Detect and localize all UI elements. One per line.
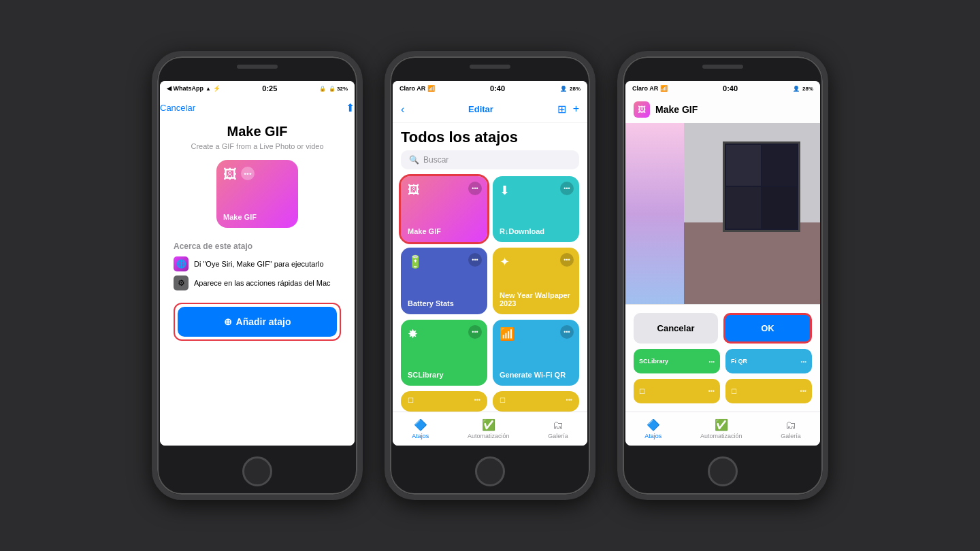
tile-new-year[interactable]: ✦ ••• New Year Wallpaper 2023 [493, 248, 579, 314]
tile-more-0[interactable]: ••• [468, 182, 482, 195]
gradient-overlay [625, 123, 684, 304]
edit-button-2[interactable]: Editar [468, 104, 493, 114]
galeria-icon-2: 🗂 [553, 419, 564, 431]
tab-automatizacion-3[interactable]: ✅ Automatización [700, 418, 742, 439]
add-btn-label: Añadir atajo [236, 316, 291, 327]
about-section-1: Acerca de este atajo 🌐 Di "Oye Siri, Mak… [174, 241, 341, 295]
dialog-3: Cancelar OK SCLibrary ••• Fi QR ••• ☐ [625, 304, 820, 412]
phone2-nav: ‹ Editar ⊞ + [393, 96, 587, 123]
nav-icons-2: ⊞ + [557, 103, 579, 116]
tile-more-2[interactable]: ••• [468, 253, 482, 267]
tab-galeria-3[interactable]: 🗂 Galería [781, 419, 801, 439]
bottom-tab-bar-3: 🔷 Atajos ✅ Automatización 🗂 Galería [625, 412, 820, 446]
partial-tile-teal-3: Fi QR ••• [725, 349, 812, 373]
phone1-content: Make GIF Create a GIF from a Live Photo … [160, 120, 355, 446]
dialog-buttons-3: Cancelar OK [634, 313, 812, 344]
tile-label-4: SCLibrary [408, 371, 480, 379]
phone-1: ◀ WhatsApp ▲ ⚡ 0:25 🔒 🔒 32% Cancelar ⬆ M… [152, 51, 363, 500]
cancel-button-3[interactable]: Cancelar [634, 313, 718, 344]
add-shortcut-button[interactable]: ⊕ Añadir atajo [178, 307, 337, 337]
wifi-icon-3: 📶 [660, 85, 668, 92]
partial-yellow-row-3: ☐ ••• ☐ ••• [634, 379, 812, 403]
home-button-1[interactable] [242, 456, 272, 486]
status-bar-1: ◀ WhatsApp ▲ ⚡ 0:25 🔒 🔒 32% [160, 81, 355, 96]
tile-wifi-qr[interactable]: 📶 ••• Generate Wi-Fi QR [493, 320, 579, 386]
phone2-body: Todos los atajos 🔍 Buscar 🖼 ••• Make GIF… [393, 123, 587, 412]
phone-2-screen: Claro AR 📶 0:40 👤 28% ‹ Editar ⊞ + Todos… [393, 81, 587, 446]
settings-icon-1: ⚙ [174, 276, 189, 290]
tab-automatizacion-label-3: Automatización [700, 433, 742, 439]
status-right-3: 👤 28% [793, 86, 813, 92]
phone-3: Claro AR 📶 0:40 👤 28% 🖼 Make GIF [617, 51, 828, 500]
tab-atajos-label-2: Atajos [412, 433, 429, 439]
phone3-body: Cancelar OK SCLibrary ••• Fi QR ••• ☐ [625, 123, 820, 412]
phone1-subtitle: Create a GIF from a Live Photo or video [191, 142, 323, 150]
share-icon-1[interactable]: ⬆ [346, 101, 355, 114]
partial-tile-green-3: SCLibrary ••• [634, 349, 720, 373]
tab-atajos-2[interactable]: 🔷 Atajos [412, 418, 429, 439]
status-carrier-1: ◀ WhatsApp [167, 85, 203, 92]
lock-icon-1: 🔒 [319, 86, 326, 92]
partial-yellow-2: ☐ ••• [725, 379, 812, 403]
ok-button-3[interactable]: OK [723, 313, 812, 344]
status-right-1: 🔒 🔒 32% [319, 86, 348, 92]
person-icon-2: 👤 [560, 86, 567, 92]
tile-icon-3: ✦ [500, 254, 510, 269]
status-time-3: 0:40 [723, 84, 738, 93]
partial-yellow-1: ☐ ••• [634, 379, 720, 403]
tab-galeria-label-3: Galería [781, 433, 801, 439]
shortcut-grid-2: 🖼 ••• Make GIF ⬇ ••• R↓Download 🔋 ••• Ba… [401, 176, 579, 386]
about-text-2: Aparece en las acciones rápidas del Mac [194, 279, 331, 287]
tile-icon-4: ✸ [408, 327, 418, 341]
tab-galeria-2[interactable]: 🗂 Galería [548, 419, 568, 439]
status-bar-2: Claro AR 📶 0:40 👤 28% [393, 81, 587, 96]
phone-1-screen: ◀ WhatsApp ▲ ⚡ 0:25 🔒 🔒 32% Cancelar ⬆ M… [160, 81, 355, 446]
home-button-3[interactable] [708, 456, 738, 486]
battery-pct-3: 28% [802, 86, 813, 92]
tile-label-3: New Year Wallpaper 2023 [500, 291, 572, 307]
tile-make-gif[interactable]: 🖼 ••• Make GIF [401, 176, 487, 242]
grid-icon-2[interactable]: ⊞ [557, 103, 566, 116]
partial-tile-teal-label: Fi QR [731, 358, 747, 365]
tile-more-1[interactable]: ••• [560, 182, 574, 195]
search-bar-2[interactable]: 🔍 Buscar [401, 150, 579, 169]
back-button-2[interactable]: ‹ [401, 103, 404, 116]
status-left-2: Claro AR 📶 [399, 85, 435, 92]
app-icon-3: 🖼 [634, 101, 650, 118]
tile-r-download[interactable]: ⬇ ••• R↓Download [493, 176, 579, 242]
phone-3-screen: Claro AR 📶 0:40 👤 28% 🖼 Make GIF [625, 81, 820, 446]
app-title-3: Make GIF [655, 104, 698, 115]
window-frame [723, 141, 800, 232]
tile-label-5: Generate Wi-Fi QR [500, 371, 572, 379]
partial-tile-1: ☐ ••• [493, 391, 579, 412]
cancel-link-1[interactable]: Cancelar [160, 103, 195, 113]
tab-atajos-3[interactable]: 🔷 Atajos [644, 418, 662, 439]
tab-automatizacion-2[interactable]: ✅ Automatización [468, 418, 510, 439]
home-button-2[interactable] [475, 456, 505, 486]
status-time-1: 0:25 [262, 84, 277, 93]
battery-pct-1: 🔒 32% [329, 86, 348, 92]
atajos-icon-3: 🔷 [647, 418, 660, 431]
phone1-nav: Cancelar ⬆ [160, 96, 355, 120]
tile-more-3[interactable]: ••• [560, 253, 574, 267]
tab-galeria-label-2: Galería [548, 433, 568, 439]
partial-tile-teal-more: ••• [801, 358, 806, 365]
tile-sc-library[interactable]: ✸ ••• SCLibrary [401, 320, 487, 386]
search-icon-2: 🔍 [409, 155, 419, 165]
partial-grid-3: SCLibrary ••• Fi QR ••• [634, 349, 812, 373]
tab-atajos-label-3: Atajos [644, 433, 662, 439]
plus-icon-2[interactable]: + [573, 103, 579, 116]
about-item-2: ⚙ Aparece en las acciones rápidas del Ma… [174, 276, 341, 290]
tile-icon-0: 🖼 [408, 183, 420, 197]
bottom-tab-bar-2: 🔷 Atajos ✅ Automatización 🗂 Galería [393, 412, 587, 446]
shortcut-card-1: 🖼 ••• Make GIF [216, 160, 298, 228]
signal-icon-1: ▲ [206, 86, 211, 92]
photo-preview [625, 123, 820, 304]
tile-battery-stats[interactable]: 🔋 ••• Battery Stats [401, 248, 487, 314]
add-btn-wrapper-1: ⊕ Añadir atajo [174, 303, 341, 341]
tile-more-5[interactable]: ••• [560, 325, 574, 339]
card-label-1: Make GIF [223, 213, 257, 221]
automatizacion-icon-3: ✅ [715, 418, 728, 431]
tile-more-4[interactable]: ••• [468, 325, 482, 339]
siri-icon-1: 🌐 [174, 256, 189, 271]
